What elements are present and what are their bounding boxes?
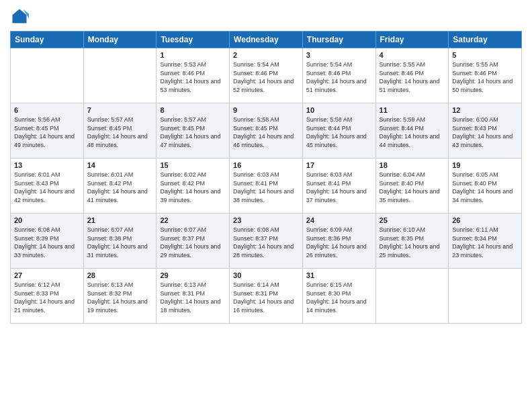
calendar-cell: 1Sunrise: 5:53 AMSunset: 8:46 PMDaylight… (157, 48, 230, 103)
day-number: 25 (380, 216, 445, 224)
cell-info: Sunrise: 5:55 AMSunset: 8:46 PMDaylight:… (380, 60, 445, 94)
cell-info: Sunrise: 5:59 AMSunset: 8:44 PMDaylight:… (380, 116, 445, 149)
cell-info: Sunrise: 6:05 AMSunset: 8:40 PMDaylight:… (452, 171, 518, 204)
day-number: 16 (233, 161, 299, 169)
cell-info: Sunrise: 6:00 AMSunset: 8:43 PMDaylight:… (452, 116, 518, 149)
day-number: 4 (380, 51, 445, 59)
day-number: 21 (87, 216, 153, 224)
cell-info: Sunrise: 6:12 AMSunset: 8:33 PMDaylight:… (14, 281, 80, 314)
calendar-cell (11, 48, 84, 103)
calendar-cell: 5Sunrise: 5:55 AMSunset: 8:46 PMDaylight… (449, 48, 522, 103)
day-number: 14 (87, 161, 153, 169)
cell-info: Sunrise: 5:54 AMSunset: 8:46 PMDaylight:… (306, 60, 372, 94)
calendar-cell: 17Sunrise: 6:03 AMSunset: 8:41 PMDayligh… (302, 158, 375, 214)
calendar-cell: 7Sunrise: 5:57 AMSunset: 8:45 PMDaylight… (83, 103, 157, 158)
logo (10, 7, 32, 26)
calendar-cell: 18Sunrise: 6:04 AMSunset: 8:40 PMDayligh… (375, 158, 449, 214)
calendar-cell: 28Sunrise: 6:13 AMSunset: 8:32 PMDayligh… (83, 269, 157, 324)
calendar-cell: 30Sunrise: 6:14 AMSunset: 8:31 PMDayligh… (230, 269, 303, 324)
day-number: 9 (233, 106, 299, 114)
calendar-header-sunday: Sunday (11, 32, 84, 48)
day-number: 20 (14, 216, 80, 224)
calendar-week-row: 13Sunrise: 6:01 AMSunset: 8:43 PMDayligh… (11, 158, 522, 214)
cell-info: Sunrise: 5:57 AMSunset: 8:45 PMDaylight:… (87, 116, 153, 149)
day-number: 22 (160, 216, 226, 224)
cell-info: Sunrise: 5:54 AMSunset: 8:46 PMDaylight:… (233, 60, 299, 94)
calendar-cell: 21Sunrise: 6:07 AMSunset: 8:38 PMDayligh… (83, 214, 157, 269)
cell-info: Sunrise: 5:57 AMSunset: 8:45 PMDaylight:… (160, 116, 226, 149)
day-number: 28 (87, 271, 153, 279)
calendar-cell: 3Sunrise: 5:54 AMSunset: 8:46 PMDaylight… (302, 48, 375, 103)
calendar-cell: 23Sunrise: 6:08 AMSunset: 8:37 PMDayligh… (230, 214, 303, 269)
day-number: 3 (306, 51, 372, 59)
cell-info: Sunrise: 6:03 AMSunset: 8:41 PMDaylight:… (306, 171, 372, 204)
day-number: 2 (233, 51, 299, 59)
day-number: 1 (160, 51, 226, 59)
day-number: 19 (452, 161, 518, 169)
cell-info: Sunrise: 5:58 AMSunset: 8:45 PMDaylight:… (233, 116, 299, 149)
calendar-cell: 26Sunrise: 6:11 AMSunset: 8:34 PMDayligh… (449, 214, 522, 269)
day-number: 17 (306, 161, 372, 169)
page: SundayMondayTuesdayWednesdayThursdayFrid… (0, 0, 532, 411)
cell-info: Sunrise: 6:06 AMSunset: 8:39 PMDaylight:… (14, 226, 80, 259)
calendar-header-wednesday: Wednesday (230, 32, 303, 48)
cell-info: Sunrise: 6:03 AMSunset: 8:41 PMDaylight:… (233, 171, 299, 204)
cell-info: Sunrise: 6:04 AMSunset: 8:40 PMDaylight:… (380, 171, 445, 204)
calendar-week-row: 1Sunrise: 5:53 AMSunset: 8:46 PMDaylight… (11, 48, 522, 103)
day-number: 6 (14, 106, 80, 114)
calendar-cell: 25Sunrise: 6:10 AMSunset: 8:35 PMDayligh… (375, 214, 449, 269)
calendar-header-tuesday: Tuesday (157, 32, 230, 48)
calendar-cell: 14Sunrise: 6:01 AMSunset: 8:42 PMDayligh… (83, 158, 157, 214)
day-number: 24 (306, 216, 372, 224)
calendar-cell (449, 269, 522, 324)
day-number: 31 (306, 271, 372, 279)
calendar-cell: 6Sunrise: 5:56 AMSunset: 8:45 PMDaylight… (11, 103, 84, 158)
cell-info: Sunrise: 6:13 AMSunset: 8:32 PMDaylight:… (87, 281, 153, 314)
day-number: 10 (306, 106, 372, 114)
cell-info: Sunrise: 5:56 AMSunset: 8:45 PMDaylight:… (14, 116, 80, 149)
header (10, 7, 522, 26)
calendar-header-saturday: Saturday (449, 32, 522, 48)
calendar-cell: 27Sunrise: 6:12 AMSunset: 8:33 PMDayligh… (11, 269, 84, 324)
calendar-week-row: 27Sunrise: 6:12 AMSunset: 8:33 PMDayligh… (11, 269, 522, 324)
day-number: 13 (14, 161, 80, 169)
cell-info: Sunrise: 6:01 AMSunset: 8:43 PMDaylight:… (14, 171, 80, 204)
calendar-cell: 13Sunrise: 6:01 AMSunset: 8:43 PMDayligh… (11, 158, 84, 214)
cell-info: Sunrise: 6:02 AMSunset: 8:42 PMDaylight:… (160, 171, 226, 204)
calendar-week-row: 20Sunrise: 6:06 AMSunset: 8:39 PMDayligh… (11, 214, 522, 269)
day-number: 26 (452, 216, 518, 224)
day-number: 18 (380, 161, 445, 169)
calendar-header-monday: Monday (83, 32, 157, 48)
calendar-cell (83, 48, 157, 103)
cell-info: Sunrise: 6:09 AMSunset: 8:36 PMDaylight:… (306, 226, 372, 259)
calendar-cell: 11Sunrise: 5:59 AMSunset: 8:44 PMDayligh… (375, 103, 449, 158)
cell-info: Sunrise: 6:11 AMSunset: 8:34 PMDaylight:… (452, 226, 518, 259)
logo-icon (10, 7, 29, 26)
calendar-cell: 10Sunrise: 5:58 AMSunset: 8:44 PMDayligh… (302, 103, 375, 158)
calendar-cell: 16Sunrise: 6:03 AMSunset: 8:41 PMDayligh… (230, 158, 303, 214)
cell-info: Sunrise: 5:55 AMSunset: 8:46 PMDaylight:… (452, 60, 518, 94)
cell-info: Sunrise: 6:10 AMSunset: 8:35 PMDaylight:… (380, 226, 445, 259)
calendar-header-friday: Friday (375, 32, 449, 48)
calendar-cell: 24Sunrise: 6:09 AMSunset: 8:36 PMDayligh… (302, 214, 375, 269)
calendar-cell: 8Sunrise: 5:57 AMSunset: 8:45 PMDaylight… (157, 103, 230, 158)
cell-info: Sunrise: 6:08 AMSunset: 8:37 PMDaylight:… (233, 226, 299, 259)
day-number: 12 (452, 106, 518, 114)
day-number: 5 (452, 51, 518, 59)
day-number: 11 (380, 106, 445, 114)
day-number: 30 (233, 271, 299, 279)
cell-info: Sunrise: 5:53 AMSunset: 8:46 PMDaylight:… (160, 60, 226, 94)
day-number: 7 (87, 106, 153, 114)
calendar-table: SundayMondayTuesdayWednesdayThursdayFrid… (10, 31, 522, 324)
cell-info: Sunrise: 6:07 AMSunset: 8:38 PMDaylight:… (87, 226, 153, 259)
cell-info: Sunrise: 5:58 AMSunset: 8:44 PMDaylight:… (306, 116, 372, 149)
calendar-cell: 22Sunrise: 6:07 AMSunset: 8:37 PMDayligh… (157, 214, 230, 269)
calendar-cell: 29Sunrise: 6:13 AMSunset: 8:31 PMDayligh… (157, 269, 230, 324)
calendar-cell: 15Sunrise: 6:02 AMSunset: 8:42 PMDayligh… (157, 158, 230, 214)
day-number: 15 (160, 161, 226, 169)
cell-info: Sunrise: 6:07 AMSunset: 8:37 PMDaylight:… (160, 226, 226, 259)
day-number: 29 (160, 271, 226, 279)
day-number: 27 (14, 271, 80, 279)
calendar-cell: 2Sunrise: 5:54 AMSunset: 8:46 PMDaylight… (230, 48, 303, 103)
calendar-header-row: SundayMondayTuesdayWednesdayThursdayFrid… (11, 32, 522, 48)
